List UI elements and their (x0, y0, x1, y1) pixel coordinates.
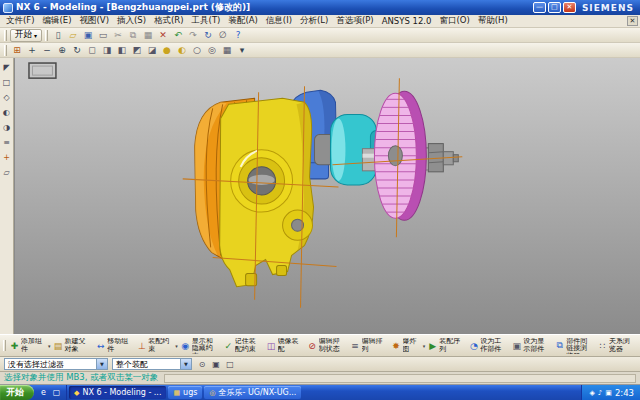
menu-item[interactable]: 信息(I) (262, 15, 296, 27)
redo-icon[interactable]: ↷ (186, 29, 200, 42)
show-desktop-icon[interactable]: ▢ (51, 387, 62, 398)
menu-item[interactable]: 插入(S) (113, 15, 150, 27)
tray-safety-icon[interactable]: ▣ (605, 389, 612, 397)
gear-pink-part[interactable] (374, 91, 426, 220)
start-button[interactable]: 开始 (0, 385, 34, 400)
menu-item[interactable]: 视图(V) (76, 15, 113, 27)
edit-arrangements-button[interactable]: ≡ 编辑排列 (349, 335, 390, 356)
view-menu-caret-icon[interactable]: ▾ (235, 44, 249, 57)
menu-item[interactable]: 帮助(H) (474, 15, 512, 27)
menu-item[interactable]: 工具(T) (188, 15, 225, 27)
selection-bar-icons: ⊙▣□ (196, 358, 236, 370)
task-chat-window[interactable]: ◎ 全乐乐- UG/NX-UG... (204, 386, 301, 399)
pointer-select-icon[interactable]: ◤ (1, 61, 13, 73)
mirror-assembly-button[interactable]: ◫ 镜像装配 (265, 335, 306, 356)
measure-icon[interactable]: ∅ (216, 29, 230, 42)
menu-item[interactable]: ANSYS 12.0 (378, 16, 436, 26)
edit-suppression-state-button[interactable]: ⊘ 编辑抑制状态 (306, 335, 349, 356)
menu-item[interactable]: 文件(F) (2, 15, 39, 27)
viewport[interactable] (14, 58, 640, 334)
shaded-edges-view-icon[interactable]: ◐ (175, 44, 189, 57)
assembly-sequences-button[interactable]: ▶ 装配序列 (426, 335, 467, 356)
hide-object-icon[interactable]: ◐ (1, 106, 13, 118)
datum-plane-icon[interactable]: ▱ (1, 166, 13, 178)
delete-icon[interactable]: ✕ (156, 29, 170, 42)
top-view-icon[interactable]: ◧ (115, 44, 129, 57)
titlebar: NX 6 - Modeling - [Bengzhuangpei.prt (修改… (0, 0, 640, 15)
ie-quicklaunch-icon[interactable]: e (38, 387, 49, 398)
undo-icon[interactable]: ↶ (171, 29, 185, 42)
side-view-icon[interactable]: ◨ (100, 44, 114, 57)
layers-icon[interactable]: ≡ (1, 136, 13, 148)
zoom-out-icon[interactable]: − (40, 44, 54, 57)
assembly-button-icon: ▣ (511, 340, 522, 351)
type-filter-combo[interactable]: 没有选择过滤器 ▼ (4, 358, 108, 370)
paste-icon[interactable]: ▦ (141, 29, 155, 42)
menu-item[interactable]: 编辑(E) (39, 15, 76, 27)
shaded-view-icon[interactable]: ● (160, 44, 174, 57)
tray-volume-icon[interactable]: ♪ (598, 389, 602, 397)
exploded-views-button[interactable]: ✸ 爆炸图 ▾ (390, 335, 427, 356)
isometric-view-icon[interactable]: ◩ (130, 44, 144, 57)
rotate-view-icon[interactable]: ↻ (70, 44, 84, 57)
general-selection-icon[interactable]: □ (224, 358, 236, 370)
minimize-button[interactable]: — (533, 2, 546, 13)
new-parent-button[interactable]: ▤ 新建父对象 (51, 335, 94, 356)
toolbar-grip[interactable] (4, 30, 7, 41)
menu-item[interactable]: 窗口(O) (435, 15, 473, 27)
make-work-part-button[interactable]: ◔ 设为工作部件 (467, 335, 510, 356)
make-displayed-part-button[interactable]: ▣ 设为显示部件 (510, 335, 553, 356)
nx-app-icon (3, 3, 13, 13)
remember-constraints-button[interactable]: ✓ 记住装配约束 (222, 335, 265, 356)
task-ugs-folder[interactable]: ▦ ugs (168, 386, 202, 399)
tray-network-icon[interactable]: ◈ (589, 389, 594, 397)
fit-view-icon[interactable]: ⊞ (10, 44, 24, 57)
assembly-constraints-button[interactable]: ⊥ 装配约束 ▾ (135, 335, 178, 356)
mdi-close-button[interactable]: ✕ (627, 16, 638, 26)
snapshot-icon[interactable]: ▦ (220, 44, 234, 57)
assembly-button-icon: ◔ (468, 340, 479, 351)
snap-point-icon[interactable]: ⊙ (196, 358, 208, 370)
show-object-icon[interactable]: ◑ (1, 121, 13, 133)
add-component-button[interactable]: ✚ 添加组件 ▾ (8, 335, 51, 356)
assembly-button-label: 编辑抑制状态 (319, 338, 347, 353)
toolbar-grip[interactable] (45, 30, 48, 41)
polygon-select-icon[interactable]: ◇ (1, 91, 13, 103)
print-icon[interactable]: ▭ (96, 29, 110, 42)
chevron-down-icon[interactable]: ▼ (96, 359, 107, 369)
open-folder-icon[interactable]: ▱ (66, 29, 80, 42)
copy-icon[interactable]: ⧉ (126, 29, 140, 42)
selection-scope-combo[interactable]: 整个装配 ▼ (112, 358, 192, 370)
wcs-icon[interactable]: + (1, 151, 13, 163)
trimetric-view-icon[interactable]: ◪ (145, 44, 159, 57)
toolbar-grip[interactable] (3, 340, 6, 351)
toolbar-grip[interactable] (4, 45, 7, 56)
menu-item[interactable]: 装配(A) (224, 15, 261, 27)
interpart-link-browser-button[interactable]: ⧉ 部件间链接浏览器 (553, 335, 596, 356)
chevron-down-icon[interactable]: ▼ (180, 359, 191, 369)
menu-item[interactable]: 分析(L) (296, 15, 332, 27)
move-component-button[interactable]: ↔ 移动组件 (94, 335, 135, 356)
maximize-button[interactable]: □ (548, 2, 561, 13)
new-file-icon[interactable]: ▯ (51, 29, 65, 42)
front-view-icon[interactable]: ◻ (85, 44, 99, 57)
close-button[interactable]: ✕ (563, 2, 576, 13)
repeat-command-icon[interactable]: ↻ (201, 29, 215, 42)
pan-icon[interactable]: ⊕ (55, 44, 69, 57)
rectangle-select-icon[interactable]: □ (1, 76, 13, 88)
show-hide-constraints-button[interactable]: ◉ 显示和隐藏约束 (179, 335, 222, 356)
menu-item[interactable]: 格式(R) (150, 15, 188, 27)
zoom-in-icon[interactable]: + (25, 44, 39, 57)
wireframe-view-icon[interactable]: ○ (190, 44, 204, 57)
save-icon[interactable]: ▣ (81, 29, 95, 42)
help-icon[interactable]: ? (231, 29, 245, 42)
studio-render-icon[interactable]: ◎ (205, 44, 219, 57)
task-nx-window[interactable]: ◆ NX 6 - Modeling - ... (69, 386, 166, 399)
highlight-selection-icon[interactable]: ▣ (210, 358, 222, 370)
menu-item[interactable]: 首选项(P) (332, 15, 377, 27)
start-module-button[interactable]: 开始 ▾ (10, 29, 42, 42)
standard-toolbar: 开始 ▾ ▯▱▣▭✂⧉▦✕↶↷↻∅? (0, 28, 640, 43)
view-toolbar: ⊞+−⊕↻◻◨◧◩◪●◐○◎▦▾ (0, 43, 640, 58)
cut-icon[interactable]: ✂ (111, 29, 125, 42)
relations-browser-button[interactable]: ∷ 关系浏览器 (596, 335, 639, 356)
